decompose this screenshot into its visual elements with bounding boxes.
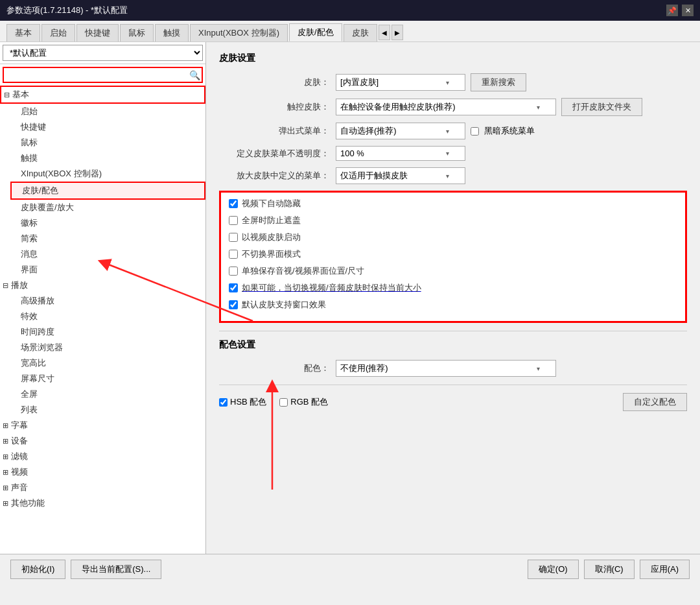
checkbox-row-save-position: 单独保存音视/视频界面位置/尺寸 (229, 265, 677, 277)
opacity-dropdown[interactable]: 100 %▾ (336, 146, 465, 161)
titlebar-controls: 📌 ✕ (666, 5, 694, 16)
tree-group-header-filter[interactable]: ⊞滤镜 (0, 449, 205, 464)
open-folder-button[interactable]: 打开皮肤文件夹 (561, 98, 642, 116)
opacity-row: 定义皮肤菜单不透明度：100 %▾ (219, 146, 687, 161)
skin-dropdown[interactable]: [内置皮肤]▾ (336, 74, 465, 91)
tree-group-header-playback[interactable]: ⊟播放 (0, 278, 205, 293)
tab-快捷键[interactable]: 快捷键 (76, 24, 119, 42)
tree-item-start[interactable]: 启始 (10, 104, 205, 119)
tree-group-video: ⊞视频 (0, 464, 205, 480)
ok-button[interactable]: 确定(O) (528, 560, 579, 579)
tree-item-touch[interactable]: 触摸 (10, 150, 205, 166)
tab-触摸[interactable]: 触摸 (155, 24, 189, 42)
divider (219, 331, 687, 331)
checkbox-no-switch-ui[interactable] (229, 250, 238, 259)
tree-item-shortcuts[interactable]: 快捷键 (10, 119, 205, 135)
search-input[interactable] (3, 67, 203, 83)
zoom-dropdown[interactable]: 仅适用于触摸皮肤▾ (336, 167, 465, 184)
tab-皮肤[interactable]: 皮肤 (344, 24, 377, 42)
zoom-row: 放大皮肤中定义的菜单：仅适用于触摸皮肤▾ (219, 167, 687, 184)
cancel-button[interactable]: 取消(C) (584, 560, 635, 579)
zoom-dropdown-arrow: ▾ (446, 172, 449, 180)
tree-item-mouse[interactable]: 鼠标 (10, 135, 205, 150)
main-area: *默认配置 🔍 ⊟基本启始快捷键鼠标触摸XInput(XBOX 控制器)皮肤/配… (0, 42, 700, 554)
tree-group-playback: ⊟播放高级播放特效时间跨度场景浏览器宽高比屏幕尺寸全屏列表 (0, 278, 205, 418)
hsb-checkbox[interactable] (219, 398, 228, 407)
skin-control: [内置皮肤]▾重新搜索 (336, 73, 687, 91)
tree-toggle-subtitle: ⊞ (3, 419, 8, 432)
tree-group-filter: ⊞滤镜 (0, 449, 205, 464)
dark-menu-label: 黑暗系统菜单 (484, 125, 535, 137)
tree-item-interface[interactable]: 界面 (10, 262, 205, 278)
tree-group-label-other: 其他功能 (11, 497, 45, 510)
touch-skin-row: 触控皮肤：在触控设备使用触控皮肤(推荐)▾打开皮肤文件夹 (219, 98, 687, 116)
tab-XInput(XBOX 控制器)[interactable]: XInput(XBOX 控制器) (190, 24, 288, 42)
rgb-wrap: RGB 配色 (279, 396, 328, 408)
tree-group-header-audio[interactable]: ⊞声音 (0, 480, 205, 495)
tab-nav-prev[interactable]: ◀ (379, 25, 390, 40)
tree-toggle-audio: ⊞ (3, 481, 8, 494)
checkbox-window-effect[interactable] (229, 300, 238, 309)
skin-dropdown-arrow: ▾ (446, 79, 449, 86)
pin-button[interactable]: 📌 (666, 5, 678, 16)
hsb-wrap: HSB 配色 (219, 396, 266, 408)
search-box: 🔍 (3, 67, 203, 83)
tree-group-header-basic[interactable]: ⊟基本 (0, 86, 205, 104)
checkbox-label-window-effect: 默认皮肤支持窗口效果 (242, 299, 326, 311)
tree-group-header-device[interactable]: ⊞设备 (0, 433, 205, 449)
tree-item-badge[interactable]: 徽标 (10, 215, 205, 231)
custom-color-button[interactable]: 自定义配色 (623, 393, 687, 411)
tree-item-playlist[interactable]: 列表 (10, 402, 205, 418)
tree-toggle-filter: ⊞ (3, 450, 8, 463)
tab-启始[interactable]: 启始 (41, 24, 75, 42)
rgb-checkbox[interactable] (279, 398, 288, 407)
tree-toggle-video: ⊞ (3, 466, 8, 479)
touch-skin-dropdown[interactable]: 在触控设备使用触控皮肤(推荐)▾ (336, 99, 556, 115)
tree-group-header-video[interactable]: ⊞视频 (0, 464, 205, 480)
bottom-bar: 初始化(I) 导出当前配置(S)... 确定(O) 取消(C) 应用(A) (0, 554, 700, 584)
checkbox-auto-hide[interactable] (229, 199, 238, 208)
tree-item-skin-scale[interactable]: 皮肤覆盖/放大 (10, 200, 205, 215)
checkbox-save-position[interactable] (229, 267, 238, 276)
tree-group-device: ⊞设备 (0, 433, 205, 449)
checkbox-label-no-switch-ui: 不切换界面模式 (242, 248, 301, 260)
checkbox-row-fullscreen-overlay: 全屏时防止遮盖 (229, 215, 677, 226)
checkbox-keep-size[interactable] (229, 283, 238, 292)
popup-menu-dropdown[interactable]: 自动选择(推荐)▾ (336, 123, 465, 139)
tree-item-message[interactable]: 消息 (10, 246, 205, 262)
tree-group-header-subtitle[interactable]: ⊞字幕 (0, 418, 205, 433)
tree-item-screen-size[interactable]: 屏幕尺寸 (10, 371, 205, 386)
tree-item-scene-browser[interactable]: 场景浏览器 (10, 340, 205, 355)
tab-nav-next[interactable]: ▶ (391, 25, 403, 40)
init-button[interactable]: 初始化(I) (10, 560, 65, 579)
popup-menu-control: 自动选择(推荐)▾黑暗系统菜单 (336, 123, 687, 139)
config-select[interactable]: *默认配置 (3, 45, 203, 61)
tab-皮肤/配色[interactable]: 皮肤/配色 (289, 23, 342, 42)
export-button[interactable]: 导出当前配置(S)... (71, 560, 161, 579)
skin-label: 皮肤： (219, 77, 336, 88)
checkbox-video-skin-start[interactable] (229, 233, 238, 242)
color-dropdown[interactable]: 不使用(推荐)▾ (336, 360, 556, 377)
close-button[interactable]: ✕ (682, 5, 694, 16)
tab-鼠标[interactable]: 鼠标 (120, 24, 154, 42)
zoom-control: 仅适用于触摸皮肤▾ (336, 167, 687, 184)
checkbox-fullscreen-overlay[interactable] (229, 216, 238, 225)
checkbox-label-save-position: 单独保存音视/视频界面位置/尺寸 (242, 265, 364, 277)
tree-group-label-device: 设备 (11, 434, 28, 447)
tree-item-simple[interactable]: 简索 (10, 231, 205, 246)
tree-group-header-other[interactable]: ⊞其他功能 (0, 495, 205, 511)
tab-基本[interactable]: 基本 (6, 24, 40, 42)
sidebar-header: *默认配置 (0, 42, 205, 64)
dark-menu-checkbox[interactable] (471, 127, 479, 136)
apply-button[interactable]: 应用(A) (640, 560, 690, 579)
rescan-button[interactable]: 重新搜索 (471, 73, 526, 91)
tree-item-xinput[interactable]: XInput(XBOX 控制器) (10, 166, 205, 182)
tree-item-effects[interactable]: 特效 (10, 309, 205, 324)
tree-item-advanced-play[interactable]: 高级播放 (10, 293, 205, 309)
tree-item-time-span[interactable]: 时间跨度 (10, 324, 205, 340)
tree-item-aspect-ratio[interactable]: 宽高比 (10, 355, 205, 371)
tree-toggle-device: ⊞ (3, 434, 8, 447)
tree-item-skin-color[interactable]: 皮肤/配色 (10, 182, 205, 200)
tree-item-fullscreen[interactable]: 全屏 (10, 386, 205, 402)
checkbox-label-fullscreen-overlay: 全屏时防止遮盖 (242, 215, 301, 226)
